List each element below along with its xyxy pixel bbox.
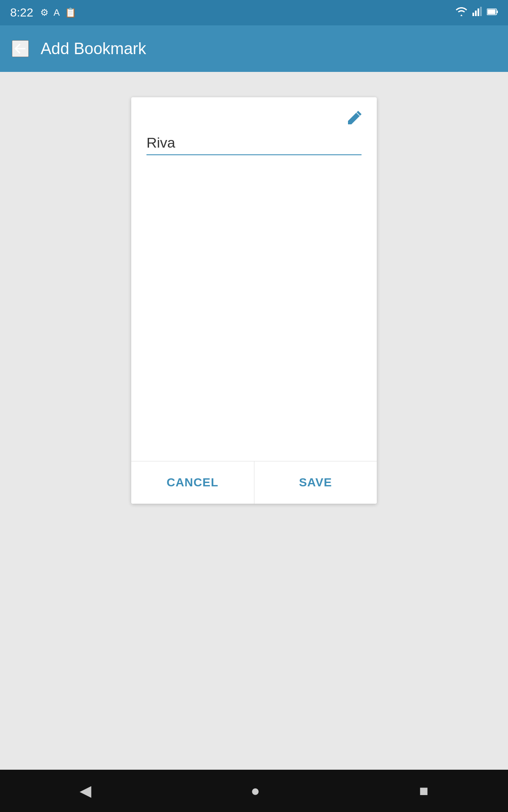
status-bar: 8:22 ⚙ A 📋: [0, 0, 508, 25]
status-right: [456, 7, 498, 19]
svg-rect-5: [488, 10, 496, 14]
battery-icon: [487, 7, 498, 18]
dialog-body: [131, 97, 377, 461]
font-icon: A: [54, 7, 60, 18]
wifi-icon: [456, 7, 467, 19]
svg-rect-0: [472, 13, 474, 16]
settings-icon: ⚙: [40, 7, 49, 18]
dialog-card: CANCEL SAVE: [131, 97, 377, 504]
nav-back-icon[interactable]: ◀: [80, 782, 91, 800]
app-bar: Add Bookmark: [0, 25, 508, 72]
back-button[interactable]: [12, 40, 29, 57]
signal-icon: [472, 7, 482, 19]
cancel-button[interactable]: CANCEL: [131, 461, 254, 504]
status-icons: ⚙ A 📋: [40, 7, 77, 18]
nav-recent-icon[interactable]: ■: [419, 782, 428, 800]
bookmark-name-input[interactable]: [146, 134, 362, 155]
pencil-icon: [345, 121, 365, 128]
svg-rect-2: [478, 8, 479, 16]
main-content: CANCEL SAVE: [0, 72, 508, 770]
dialog-actions: CANCEL SAVE: [131, 461, 377, 504]
nav-bar: ◀ ● ■: [0, 770, 508, 812]
status-time: 8:22: [10, 6, 33, 19]
svg-rect-1: [475, 11, 477, 16]
status-left: 8:22 ⚙ A 📋: [10, 6, 76, 19]
clipboard-icon: 📋: [65, 7, 76, 18]
svg-rect-3: [480, 7, 482, 16]
svg-rect-6: [497, 11, 498, 13]
nav-home-icon[interactable]: ●: [251, 782, 260, 800]
edit-icon-container: [345, 107, 365, 129]
save-button[interactable]: SAVE: [254, 461, 377, 504]
page-title: Add Bookmark: [41, 40, 146, 58]
